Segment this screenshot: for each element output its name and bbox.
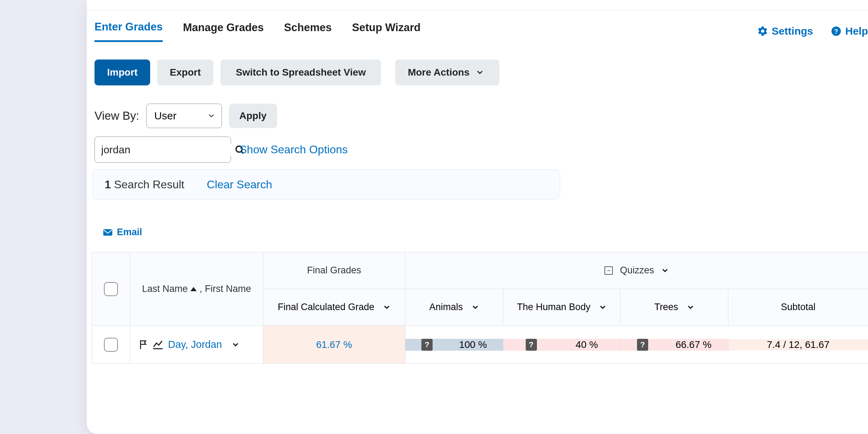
search-input[interactable] <box>101 144 234 156</box>
email-link[interactable]: Email <box>103 227 142 238</box>
search-row: Show Search Options <box>94 136 348 163</box>
tab-schemes[interactable]: Schemes <box>284 21 332 41</box>
quizzes-group: − Quizzes Animals The Human Body <box>405 252 868 326</box>
quiz-subtotal-label: Subtotal <box>781 302 816 313</box>
toolbar: Import Export Switch to Spreadsheet View… <box>94 59 506 85</box>
tab-enter-grades[interactable]: Enter Grades <box>94 21 163 42</box>
table-row: Day, Jordan 61.67 % ? 100 % ? 40 % ? 66.… <box>92 326 868 364</box>
email-icon <box>103 229 113 236</box>
final-calculated-header[interactable]: Final Calculated Grade <box>263 289 405 326</box>
question-icon: ? <box>526 339 537 351</box>
more-actions-button[interactable]: More Actions <box>395 59 499 85</box>
quiz-humanbody-header[interactable]: The Human Body <box>503 289 621 326</box>
quiz-animals-cell[interactable]: ? 100 % <box>405 339 503 351</box>
settings-label: Settings <box>772 25 813 37</box>
student-name-link[interactable]: Day, Jordan <box>168 339 222 350</box>
quiz-humanbody-cell[interactable]: ? 40 % <box>503 339 621 351</box>
view-by-value: User <box>154 110 176 122</box>
help-icon: ? <box>831 26 842 37</box>
table-header: Last Name , First Name Final Grades Fina… <box>92 252 868 326</box>
chevron-down-icon[interactable] <box>232 341 239 349</box>
help-link[interactable]: ? Help <box>831 25 868 37</box>
view-by-select[interactable]: User <box>146 104 222 128</box>
flag-icon[interactable] <box>139 340 148 350</box>
chevron-down-icon <box>687 303 694 311</box>
quiz-subtotal-header[interactable]: Subtotal <box>728 289 868 326</box>
view-by-label: View By: <box>94 109 139 122</box>
gear-icon <box>757 26 768 37</box>
first-name-header-label: , First Name <box>200 284 251 294</box>
search-result-text: 1 Search Result <box>105 178 184 191</box>
question-icon: ? <box>421 339 433 351</box>
quizzes-cells: ? 100 % ? 40 % ? 66.67 % 7.4 / 12, 61.67 <box>405 326 868 364</box>
final-grades-group: Final Grades Final Calculated Grade <box>263 252 405 326</box>
settings-link[interactable]: Settings <box>757 25 813 37</box>
select-all-checkbox[interactable] <box>104 282 118 296</box>
show-search-options-link[interactable]: Show Search Options <box>239 143 348 156</box>
row-select-cell <box>92 326 130 364</box>
quiz-trees-label: Trees <box>654 302 678 313</box>
grades-table: Last Name , First Name Final Grades Fina… <box>92 252 868 364</box>
svg-marker-5 <box>190 287 197 291</box>
quiz-trees-value: 66.67 % <box>676 339 712 350</box>
chevron-down-icon <box>476 68 484 77</box>
quiz-humanbody-value: 40 % <box>576 339 598 350</box>
search-result-banner: 1 Search Result Clear Search <box>92 169 560 200</box>
app-window: Enter Grades Manage Grades Schemes Setup… <box>87 0 868 434</box>
search-box[interactable] <box>94 136 231 163</box>
tab-setup-wizard[interactable]: Setup Wizard <box>352 21 421 41</box>
help-label: Help <box>845 25 868 37</box>
quiz-trees-cell[interactable]: ? 66.67 % <box>621 339 728 351</box>
quiz-animals-label: Animals <box>429 302 463 313</box>
row-checkbox[interactable] <box>104 338 118 352</box>
chevron-down-icon <box>383 303 391 311</box>
quiz-animals-value: 100 % <box>459 339 487 350</box>
select-all-col <box>92 252 130 326</box>
export-button[interactable]: Export <box>157 59 214 85</box>
quiz-subtotal-cell[interactable]: 7.4 / 12, 61.67 <box>728 339 868 350</box>
tab-manage-grades[interactable]: Manage Grades <box>183 21 264 41</box>
quiz-subtotal-value: 7.4 / 12, 61.67 <box>767 339 830 350</box>
view-by-row: View By: User Apply <box>94 104 277 128</box>
sort-asc-icon <box>190 287 197 292</box>
more-actions-label: More Actions <box>408 67 469 78</box>
chart-icon[interactable] <box>153 340 163 350</box>
topbar-divider <box>87 10 868 10</box>
clear-search-link[interactable]: Clear Search <box>207 178 272 191</box>
quiz-trees-header[interactable]: Trees <box>621 289 728 326</box>
quiz-animals-header[interactable]: Animals <box>405 289 503 326</box>
final-grades-group-header: Final Grades <box>263 252 405 289</box>
last-name-header-label: Last Name <box>142 284 188 294</box>
chevron-down-icon <box>661 267 669 274</box>
collapse-icon[interactable]: − <box>604 266 613 275</box>
email-label: Email <box>117 227 142 238</box>
tab-bar: Enter Grades Manage Grades Schemes Setup… <box>94 19 868 43</box>
quizzes-group-label: Quizzes <box>620 265 654 276</box>
final-grade-cell[interactable]: 61.67 % <box>263 326 405 364</box>
student-name-cell: Day, Jordan <box>130 326 263 364</box>
chevron-down-icon <box>599 303 607 311</box>
svg-text:?: ? <box>834 28 838 35</box>
chevron-down-icon <box>208 112 215 120</box>
switch-spreadsheet-button[interactable]: Switch to Spreadsheet View <box>220 59 381 85</box>
apply-button[interactable]: Apply <box>229 104 277 128</box>
quiz-humanbody-label: The Human Body <box>517 302 590 313</box>
final-calculated-label: Final Calculated Grade <box>278 302 374 313</box>
name-header[interactable]: Last Name , First Name <box>130 252 263 326</box>
question-icon: ? <box>637 339 648 351</box>
quizzes-group-header[interactable]: − Quizzes <box>405 252 868 289</box>
import-button[interactable]: Import <box>94 59 150 85</box>
chevron-down-icon <box>471 303 479 311</box>
svg-rect-4 <box>103 229 112 236</box>
